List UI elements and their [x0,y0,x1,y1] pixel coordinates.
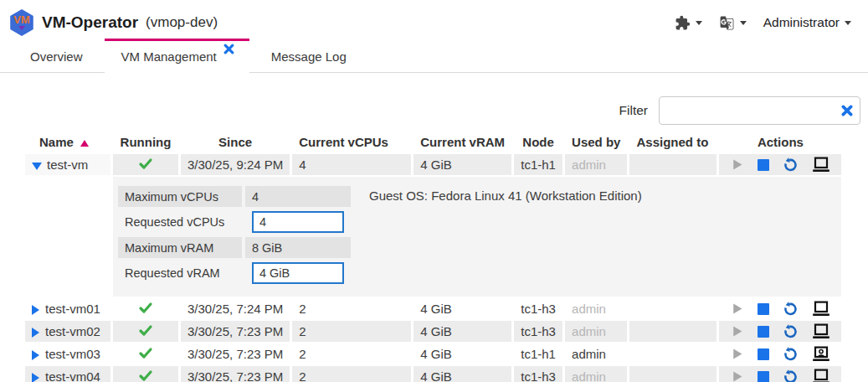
stop-button[interactable] [758,303,769,315]
reset-button[interactable] [783,157,799,173]
requested-vram-input[interactable] [252,262,344,284]
user-menu-button[interactable]: Administrator [758,12,856,34]
running-cell [113,366,178,382]
tab-label: Message Log [271,49,347,64]
console-button[interactable] [812,157,830,173]
reset-button[interactable] [783,346,799,362]
close-tab-button[interactable] [223,44,234,54]
play-icon [730,347,744,361]
app-header: VM VM-Operator (vmop-dev) Administrator [0,0,868,39]
stop-button[interactable] [758,326,769,338]
expand-icon[interactable] [32,328,39,338]
vm-name: test-vm03 [45,347,100,361]
tab-vm-management[interactable]: VM Management [105,39,249,73]
start-button[interactable] [730,302,744,316]
stop-button[interactable] [758,348,769,360]
property-label: Maximum vCPUs [118,186,242,207]
console-icon [812,157,830,173]
filter-input[interactable] [659,96,860,125]
property-row: Requested vRAM [118,261,351,286]
app-title: VM-Operator [42,13,138,32]
chevron-down-icon [740,21,747,25]
start-button[interactable] [730,157,744,172]
node-cell: tc1-h3 [514,321,562,342]
tab-overview[interactable]: Overview [8,39,105,72]
vm-name-cell[interactable]: test-vm04 [25,366,110,382]
console-button[interactable] [812,301,830,317]
expand-icon[interactable] [32,305,39,315]
vcpus-cell: 4 [292,154,411,175]
column-header-running[interactable]: Running [113,131,178,152]
vcpus-cell: 2 [292,321,411,342]
actions-cell [719,343,841,364]
vm-name: test-vm04 [45,369,100,382]
tab-message-log[interactable]: Message Log [249,39,368,72]
chevron-down-icon [696,21,702,25]
running-cell [113,298,178,319]
close-icon [223,44,234,54]
vm-detail-panel: Maximum vCPUs 4 Requested vCPUs Maximum … [113,177,841,297]
actions-cell [719,321,841,342]
vm-properties-table: Maximum vCPUs 4 Requested vCPUs Maximum … [115,183,354,288]
actions-cell [719,154,841,175]
column-header-vcpus[interactable]: Current vCPUs [292,131,411,152]
components-menu-button[interactable] [670,12,707,34]
property-label: Requested vRAM [118,261,242,286]
filter-bar: Filter [0,96,860,125]
tab-label: VM Management [121,49,217,64]
vm-name-cell[interactable]: test-vm01 [25,298,110,319]
assigned-to-cell [629,343,716,364]
column-header-node[interactable]: Node [514,131,562,152]
start-button[interactable] [730,369,744,382]
vm-name-cell[interactable]: test-vm02 [25,321,110,342]
table-row: test-vm 3/30/25, 9:24 PM 4 4 GiB tc1-h1 … [25,154,841,175]
logo-caret [18,26,25,30]
play-icon [730,369,744,382]
vram-cell: 4 GiB [413,343,511,364]
collapse-icon[interactable] [32,163,42,170]
reset-button[interactable] [783,323,799,339]
requested-vcpus-input[interactable] [252,211,344,233]
reset-button[interactable] [783,301,799,317]
vm-name-cell[interactable]: test-vm [25,154,110,175]
vm-table: Name Running Since Current vCPUs Current… [23,129,844,382]
column-header-used-by[interactable]: Used by [565,131,627,152]
vm-operator-logo-icon: VM [8,9,35,36]
assigned-to-cell [629,366,716,382]
start-button[interactable] [730,347,744,361]
vram-cell: 4 GiB [413,366,511,382]
translate-icon [719,15,735,31]
reset-button[interactable] [783,369,799,382]
vm-detail: Maximum vCPUs 4 Requested vCPUs Maximum … [113,177,841,297]
console-button[interactable] [812,323,830,339]
since-cell: 3/30/25, 7:23 PM [181,343,290,364]
console-button[interactable] [812,369,830,382]
chevron-down-icon [845,21,851,25]
console-in-use-button[interactable] [812,346,830,362]
play-icon [730,324,744,338]
column-header-since[interactable]: Since [181,131,290,152]
check-icon [138,369,153,382]
node-cell: tc1-h1 [514,343,562,364]
table-row: test-vm04 3/30/25, 7:23 PM 2 4 GiB tc1-h… [25,366,841,382]
clear-filter-button[interactable] [841,105,853,116]
since-cell: 3/30/25, 7:23 PM [181,321,290,342]
play-icon [730,302,744,316]
running-cell [113,343,178,364]
column-header-vram[interactable]: Current vRAM [413,131,511,152]
stop-button[interactable] [758,371,769,382]
vcpus-cell: 2 [292,298,411,319]
running-cell [113,154,178,175]
column-header-assigned-to[interactable]: Assigned to [629,131,716,152]
column-header-name[interactable]: Name [25,131,110,152]
start-button[interactable] [730,324,744,338]
expand-icon[interactable] [32,373,39,382]
language-menu-button[interactable] [714,12,752,34]
property-row: Maximum vRAM 8 GiB [118,237,351,258]
stop-button[interactable] [758,159,769,171]
since-cell: 3/30/25, 9:24 PM [181,154,290,175]
node-cell: tc1-h3 [514,366,562,382]
expand-icon[interactable] [32,350,39,360]
vm-name-cell[interactable]: test-vm03 [25,343,110,364]
reset-icon [783,323,799,339]
